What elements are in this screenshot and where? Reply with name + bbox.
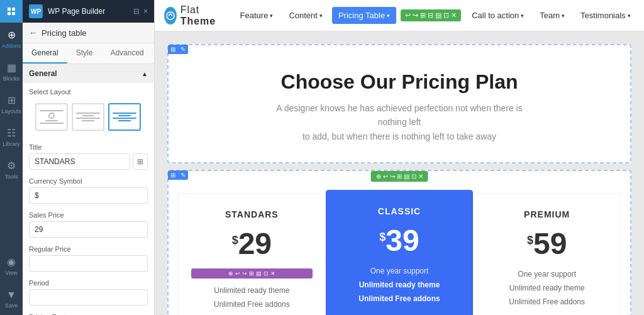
nav-item-cta[interactable]: Call to action ▾ — [465, 7, 530, 24]
heading-ctrl-settings[interactable]: ✎ — [178, 45, 188, 54]
cards-toolbar-btn-4[interactable]: ⊞ — [397, 173, 402, 180]
svg-rect-1 — [12, 8, 15, 11]
card-toolbar-btn-6[interactable]: ⊡ — [264, 270, 269, 277]
layout-group: Select Layout — [23, 83, 154, 138]
nav-toolbar-btn-2[interactable]: ↪ — [413, 11, 418, 19]
pricing-card-premium: PREMIUM $ 59 One year support Unlimited … — [473, 193, 621, 315]
cards-section-controls: ⊞ ✎ — [168, 170, 188, 180]
card-feature-1: Unlimited ready theme — [191, 285, 313, 296]
nav-toolbar-btn-3[interactable]: ⊞ — [420, 11, 426, 19]
period-input[interactable] — [29, 289, 148, 306]
regular-price-input[interactable] — [29, 255, 148, 272]
card-toolbar-btn-2[interactable]: ↩ — [235, 270, 240, 277]
pricing-subtitle: A designer knows he has achieved perfect… — [274, 101, 525, 143]
cards-ctrl-settings[interactable]: ✎ — [178, 170, 188, 180]
sales-price-label: Sales Price — [29, 211, 148, 219]
toolbar-item-layouts[interactable]: ⊞ Layouts — [0, 88, 23, 121]
layout-options — [29, 98, 148, 136]
nav-menu: Feature ▾ Content ▾ Pricing Table ▾ ↩ ↪ … — [234, 7, 644, 24]
canvas: ⊞ ✎ Choose Our Pricing Plan A designer k… — [155, 31, 644, 315]
sales-price-group: Sales Price — [23, 206, 154, 240]
card-toolbar-btn-3[interactable]: ↪ — [242, 270, 247, 277]
team-chevron-icon: ▾ — [562, 13, 565, 19]
layout-option-2[interactable] — [72, 103, 104, 131]
panel-tabs: General Style Advanced — [23, 43, 154, 64]
layout-line — [40, 110, 64, 111]
sales-price-input[interactable] — [29, 221, 148, 238]
pricing-card-standars: STANDARS $ 29 ⊕ ↩ ↪ ⊞ ▤ ⊡ ✕ — [178, 193, 326, 315]
back-label: Pricing table — [42, 28, 87, 38]
title-input[interactable] — [29, 153, 130, 170]
price-dollar-classic: $ — [379, 231, 386, 244]
toolbar-logo — [0, 0, 23, 23]
layout-line-7 — [113, 113, 136, 114]
nav-toolbar-btn-6[interactable]: ⊡ — [443, 11, 449, 19]
back-arrow-icon: ← — [29, 28, 38, 38]
toolbar-item-library[interactable]: ☷ Library — [0, 121, 23, 153]
nav-toolbar-btn-7[interactable]: ✕ — [451, 11, 457, 19]
cards-toolbar-btn-6[interactable]: ⊡ — [411, 173, 416, 180]
tab-style[interactable]: Style — [67, 43, 102, 64]
card-name-premium: PREMIUM — [486, 209, 608, 219]
nav-toolbar-btn-1[interactable]: ↩ — [405, 11, 411, 19]
currency-group: Currency Symbol — [23, 172, 154, 206]
layout-option-3[interactable] — [108, 103, 141, 131]
toolbar-item-blocks[interactable]: ▦ Blocks — [0, 55, 23, 88]
nav-item-pricing[interactable]: Pricing Table ▾ — [332, 7, 396, 24]
nav-item-templates[interactable]: Templates ▾ — [640, 7, 644, 24]
cards-toolbar-btn-1[interactable]: ⊕ — [376, 173, 381, 180]
nav-item-feature[interactable]: Feature ▾ — [234, 7, 280, 24]
wp-builder-close[interactable]: × — [143, 7, 148, 16]
tab-advanced[interactable]: Advanced — [101, 43, 152, 64]
card-toolbar-btn-4[interactable]: ⊞ — [249, 270, 254, 277]
card-feature-classic-1: Unlimited ready theme — [339, 279, 460, 290]
layout-label: Select Layout — [29, 88, 148, 96]
card-support-classic: One year support — [339, 265, 460, 277]
toolbar-item-tools[interactable]: ⚙ Tools — [0, 153, 23, 186]
tools-icon: ⚙ — [7, 160, 16, 172]
layout-option-1[interactable] — [35, 103, 68, 131]
cards-toolbar-btn-7[interactable]: ✕ — [418, 173, 423, 180]
card-toolbar-btn-5[interactable]: ▤ — [256, 270, 262, 277]
library-icon: ☷ — [7, 127, 16, 139]
cards-toolbar-btn-3[interactable]: ↪ — [390, 173, 395, 180]
title-input-row: ⊞ — [29, 153, 148, 170]
card-feature-premium-2: Unlimited Free addons — [486, 296, 608, 307]
back-nav[interactable]: ← Pricing table — [23, 23, 154, 43]
currency-input[interactable] — [29, 187, 148, 204]
cards-toolbar-btn-2[interactable]: ↩ — [383, 173, 388, 180]
feature-chevron-icon: ▾ — [270, 13, 273, 19]
svg-point-4 — [167, 12, 174, 19]
svg-rect-2 — [8, 12, 11, 15]
card-support-premium: One year support — [486, 268, 608, 280]
layout-line-8 — [118, 115, 131, 116]
cards-toolbar-btn-5[interactable]: ▤ — [404, 173, 409, 180]
toolbar-item-save[interactable]: ▼ Save — [0, 282, 23, 315]
heading-section-controls: ⊞ ✎ — [168, 45, 188, 54]
nav-item-team[interactable]: Team ▾ — [533, 7, 571, 24]
nav-toolbar-btn-5[interactable]: ▤ — [435, 11, 441, 19]
heading-ctrl-move[interactable]: ⊞ — [168, 45, 178, 54]
card-toolbar-btn-7[interactable]: ✕ — [270, 270, 275, 277]
nav-toolbar-btn-4[interactable]: ⊟ — [428, 11, 433, 19]
cards-ctrl-move[interactable]: ⊞ — [168, 170, 178, 180]
card-name-classic: CLASSIC — [339, 206, 460, 216]
nav-item-testimonials[interactable]: Testimonials ▾ — [574, 7, 637, 24]
card-price-standars: $ 29 — [191, 229, 313, 259]
period-group: Period — [23, 274, 154, 308]
price-dollar-standars: $ — [232, 234, 238, 247]
toolbar-item-view[interactable]: ◉ View — [0, 250, 23, 282]
card-feature-2: Unlimited Free addons — [191, 299, 313, 310]
title-icon-btn[interactable]: ⊞ — [133, 153, 148, 170]
wp-builder-minimize[interactable]: ⊟ — [133, 7, 140, 16]
card-toolbar-btn-1[interactable]: ⊕ — [228, 270, 233, 277]
view-icon: ◉ — [7, 256, 16, 268]
tab-general[interactable]: General — [23, 43, 67, 64]
nav-green-toolbar: ↩ ↪ ⊞ ⊟ ▤ ⊡ ✕ — [401, 9, 461, 21]
layout-line-short — [45, 120, 58, 121]
layout-line-10 — [118, 120, 131, 121]
toolbar-item-addons[interactable]: ⊕ Addons — [0, 23, 23, 55]
currency-label: Currency Symbol — [29, 177, 148, 185]
card-name-standars: STANDARS — [191, 209, 313, 219]
nav-item-content[interactable]: Content ▾ — [282, 7, 329, 24]
